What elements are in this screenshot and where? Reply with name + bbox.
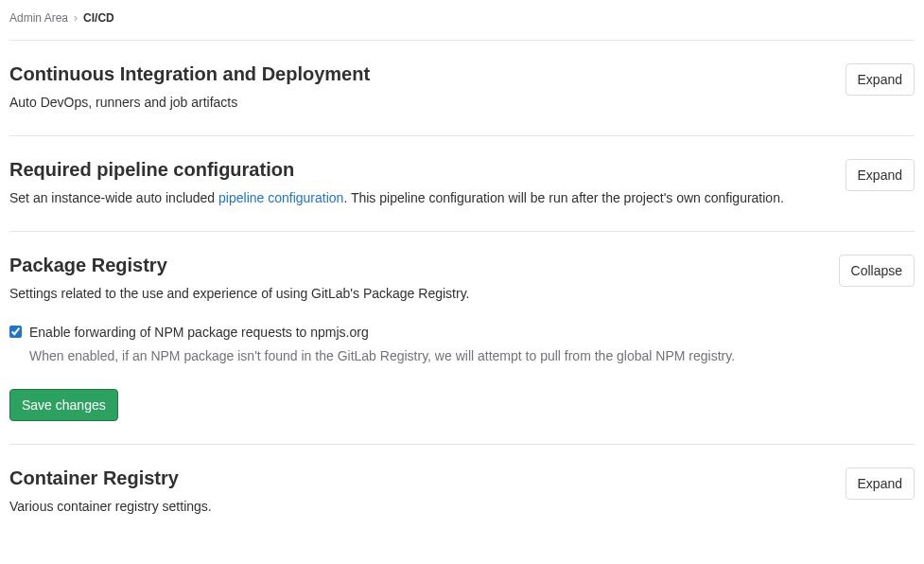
breadcrumb-parent[interactable]: Admin Area: [9, 11, 68, 25]
section-desc-pipeline: Set an instance-wide auto included pipel…: [9, 188, 830, 208]
npm-forwarding-label[interactable]: Enable forwarding of NPM package request…: [29, 323, 369, 343]
section-package-registry: Package Registry Settings related to the…: [9, 232, 915, 444]
npm-forwarding-help: When enabled, if an NPM package isn't fo…: [29, 346, 915, 366]
section-desc-cicd: Auto DevOps, runners and job artifacts: [9, 93, 830, 113]
section-pipeline: Required pipeline configuration Set an i…: [9, 136, 915, 231]
breadcrumb: Admin Area › CI/CD: [9, 11, 915, 25]
collapse-button-package[interactable]: Collapse: [839, 255, 915, 287]
breadcrumb-current: CI/CD: [83, 11, 114, 25]
expand-button-cicd[interactable]: Expand: [846, 63, 915, 96]
npm-forwarding-checkbox[interactable]: [9, 326, 22, 338]
section-title-package: Package Registry: [9, 255, 824, 276]
expand-button-pipeline[interactable]: Expand: [846, 159, 915, 191]
section-cicd: Continuous Integration and Deployment Au…: [9, 41, 915, 135]
chevron-right-icon: ›: [74, 11, 78, 25]
section-title-container: Container Registry: [9, 467, 830, 489]
npm-forwarding-option: Enable forwarding of NPM package request…: [9, 323, 915, 343]
pipeline-config-link[interactable]: pipeline configuration: [218, 190, 343, 205]
section-desc-package: Settings related to the use and experien…: [9, 284, 824, 304]
desc-text-suffix: . This pipeline configuration will be ru…: [343, 190, 783, 205]
section-title-cicd: Continuous Integration and Deployment: [9, 63, 830, 85]
section-desc-container: Various container registry settings.: [9, 497, 830, 517]
desc-text-prefix: Set an instance-wide auto included: [9, 190, 218, 205]
section-title-pipeline: Required pipeline configuration: [9, 159, 830, 181]
expand-button-container[interactable]: Expand: [846, 467, 915, 500]
save-changes-button[interactable]: Save changes: [9, 389, 118, 421]
section-container-registry: Container Registry Various container reg…: [9, 445, 915, 528]
